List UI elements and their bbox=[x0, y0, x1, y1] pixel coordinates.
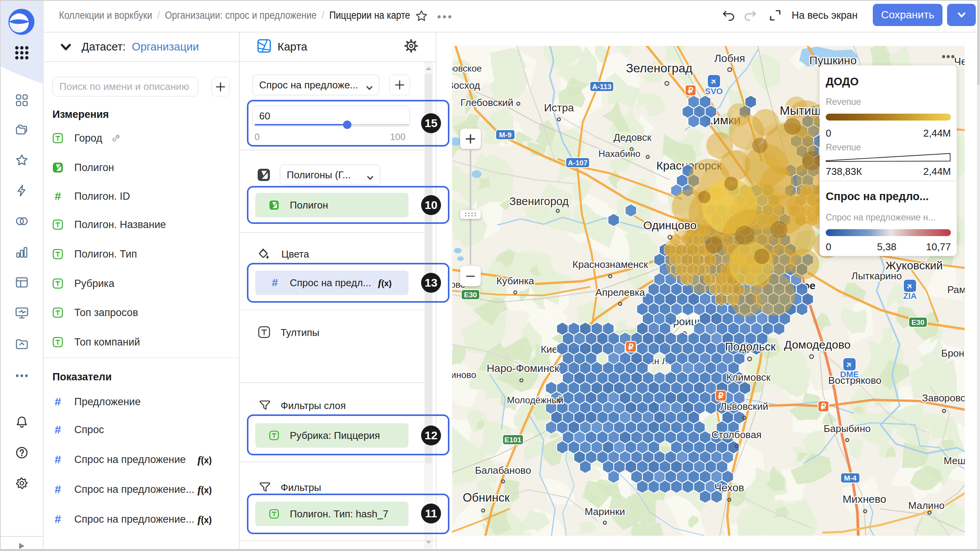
svg-text:Заворово: Заворово bbox=[922, 392, 965, 404]
svg-text:Наро-Фоминск: Наро-Фоминск bbox=[487, 362, 559, 374]
svg-text:Восход: Восход bbox=[452, 80, 480, 91]
svg-text:Подольск: Подольск bbox=[725, 340, 776, 353]
svg-text:Звенигород: Звенигород bbox=[509, 195, 569, 207]
svg-text:Бронницы: Бронницы bbox=[941, 347, 965, 359]
svg-text:ровское: ровское bbox=[452, 63, 482, 73]
svg-text:Климовск: Климовск bbox=[726, 372, 771, 383]
svg-text:Столбовая: Столбовая bbox=[712, 429, 762, 440]
svg-text:чиново: чиново bbox=[452, 370, 476, 380]
svg-text:Домодедово: Домодедово bbox=[784, 338, 851, 351]
svg-text:Черного: Черного bbox=[954, 55, 965, 67]
svg-text:Жуковский: Жуковский bbox=[885, 259, 943, 272]
svg-text:М-4: М-4 bbox=[844, 474, 857, 482]
svg-text:Одинцово: Одинцово bbox=[643, 219, 696, 231]
svg-text:М-9: М-9 bbox=[499, 131, 512, 139]
svg-text:Раменское: Раменское bbox=[947, 284, 965, 295]
svg-text:Молодёжный: Молодёжный bbox=[507, 395, 564, 405]
svg-text:₽: ₽ bbox=[688, 86, 693, 95]
svg-text:А-107: А-107 bbox=[568, 159, 588, 167]
svg-text:Апрелевка: Апрелевка bbox=[595, 287, 645, 298]
svg-text:₽: ₽ bbox=[718, 391, 724, 401]
svg-text:₽: ₽ bbox=[821, 402, 826, 411]
svg-text:Обнинск: Обнинск bbox=[463, 491, 510, 504]
svg-text:Глебовский: Глебовский bbox=[461, 97, 513, 108]
svg-text:Чехов: Чехов bbox=[714, 482, 744, 494]
svg-text:А-113: А-113 bbox=[592, 83, 612, 91]
svg-text:Львовский: Львовский bbox=[720, 401, 768, 412]
svg-text:Краснознаменск: Краснознаменск bbox=[572, 259, 648, 270]
svg-text:E101: E101 bbox=[505, 436, 522, 444]
svg-text:Нахабино: Нахабино bbox=[598, 148, 640, 159]
svg-text:Маринки: Маринки bbox=[585, 506, 625, 517]
svg-text:₽: ₽ bbox=[628, 342, 634, 352]
svg-text:Лобня: Лобня bbox=[714, 52, 745, 64]
svg-text:SVO: SVO bbox=[705, 86, 723, 96]
svg-text:Малино: Малино bbox=[908, 500, 945, 511]
svg-text:Зеленоград: Зеленоград bbox=[626, 61, 693, 75]
svg-text:Балабаново: Балабаново bbox=[475, 465, 531, 476]
svg-text:Кубинка: Кубинка bbox=[497, 275, 534, 287]
svg-text:Мещерино: Мещерино bbox=[944, 455, 965, 466]
svg-text:Лыткарино: Лыткарино bbox=[851, 270, 902, 282]
svg-text:Барыбино: Барыбино bbox=[824, 423, 871, 434]
svg-text:Истра: Истра bbox=[544, 102, 574, 114]
svg-text:Дедовск: Дедовск bbox=[613, 132, 652, 143]
svg-text:E30: E30 bbox=[464, 291, 477, 299]
svg-text:ZIA: ZIA bbox=[903, 291, 917, 301]
svg-text:Михнево: Михнево bbox=[843, 493, 886, 505]
svg-text:E30: E30 bbox=[911, 318, 924, 326]
svg-text:DME: DME bbox=[840, 370, 859, 379]
svg-text:Пушкино: Пушкино bbox=[809, 54, 857, 67]
